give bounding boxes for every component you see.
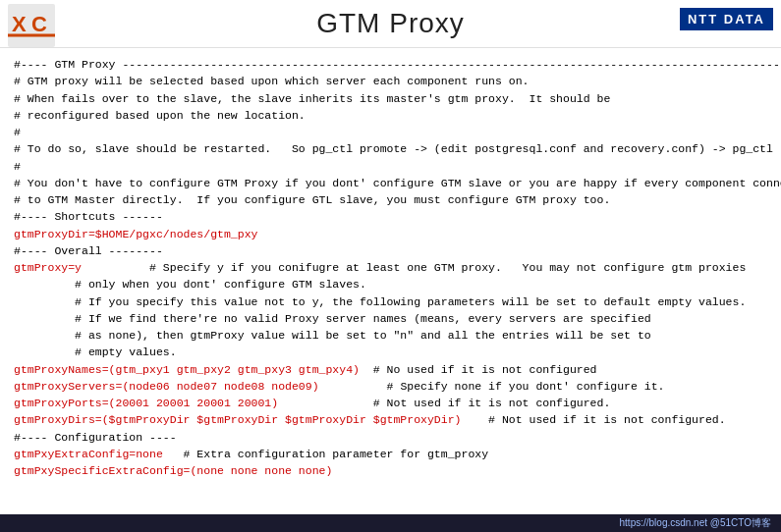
ntt-data-badge: NTT DATA [680, 8, 773, 30]
code-line: # [14, 158, 767, 175]
footer-url: https://blog.csdn.net @51CTO博客 [620, 516, 771, 530]
code-line: #---- Shortcuts ------ [14, 208, 767, 225]
svg-text:C: C [31, 12, 47, 36]
code-line: #---- Configuration ---- [14, 429, 767, 446]
code-line: gtmProxyDirs=($gtmProxyDir $gtmProxyDir … [14, 411, 767, 428]
code-line: # reconfigured based upon the new locati… [14, 107, 767, 124]
code-line: # only when you dont' configure GTM slav… [14, 276, 767, 293]
code-line: # to GTM Master directly. If you configu… [14, 191, 767, 208]
code-line: # as none), then gtmProxy value will be … [14, 327, 767, 344]
code-line: gtmProxyPorts=(20001 20001 20001 20001) … [14, 395, 767, 411]
code-line: gtmProxyServers=(node06 node07 node08 no… [14, 378, 767, 395]
code-line: #---- Overall -------- [14, 242, 767, 259]
code-line: #---- GTM Proxy ------------------------… [14, 56, 767, 73]
code-line: # To do so, slave should be restarted. S… [14, 140, 767, 157]
code-line: # empty values. [14, 344, 767, 360]
code-line: # [14, 124, 767, 140]
code-line: gtmPxyExtraConfig=none # Extra configura… [14, 446, 767, 462]
code-line: # You don't have to configure GTM Proxy … [14, 175, 767, 191]
code-line: gtmPxySpecificExtraConfig=(none none non… [14, 462, 767, 479]
svg-text:X: X [12, 12, 27, 36]
footer-bar: https://blog.csdn.net @51CTO博客 [0, 514, 781, 532]
code-line: gtmProxyNames=(gtm_pxy1 gtm_pxy2 gtm_pxy… [14, 361, 767, 378]
code-line: # GTM proxy will be selected based upon … [14, 73, 767, 89]
code-line: gtmProxyDir=$HOME/pgxc/nodes/gtm_pxy [14, 226, 767, 242]
code-line: # If you specify this value not to y, th… [14, 293, 767, 310]
code-line: # When fails over to the slave, the slav… [14, 90, 767, 107]
content-area: #---- GTM Proxy ------------------------… [0, 48, 781, 483]
logo: X C [8, 4, 57, 48]
header: X C GTM Proxy NTT DATA [0, 0, 781, 48]
code-line: # If we find there're no valid Proxy ser… [14, 310, 767, 327]
page-title: GTM Proxy [316, 8, 465, 39]
code-line: gtmProxy=y # Specify y if you conifugre … [14, 259, 767, 276]
